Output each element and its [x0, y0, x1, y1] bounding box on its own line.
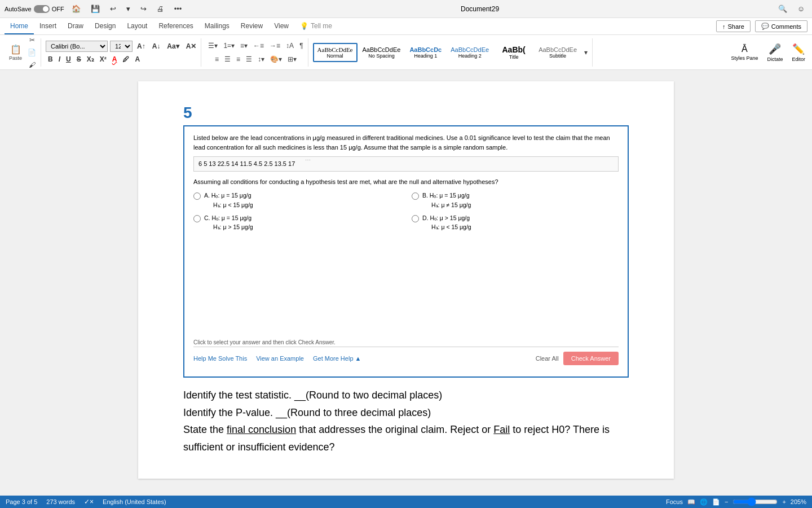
option-a-radio[interactable]: [193, 192, 201, 200]
hypothesis-question: Assuming all conditions for conducting a…: [193, 177, 619, 187]
option-c-radio[interactable]: [193, 215, 201, 222]
decrease-indent-button[interactable]: ←≡: [251, 40, 266, 51]
decrease-font-button[interactable]: A↓: [150, 41, 163, 51]
document-title: Document29: [184, 5, 775, 13]
bullets-button[interactable]: ☰▾: [206, 40, 220, 51]
highlight-color-button[interactable]: 🖊: [120, 54, 131, 64]
help-link[interactable]: Help Me Solve This: [193, 354, 247, 364]
option-b: B. H₀: μ = 15 μg/g H₁: μ ≠ 15 μg/g: [412, 191, 619, 210]
more-help-link[interactable]: Get More Help ▲: [313, 354, 361, 364]
web-layout-icon[interactable]: 🌐: [700, 498, 708, 506]
cut-icon[interactable]: ✂: [25, 34, 38, 46]
comments-button[interactable]: 💬 Comments: [755, 20, 807, 32]
question-number: 5: [183, 104, 629, 122]
clear-formatting-button[interactable]: A✕: [184, 41, 199, 51]
increase-indent-button[interactable]: →≡: [267, 40, 283, 51]
show-paragraph-button[interactable]: ¶: [297, 40, 305, 51]
text-effects-button[interactable]: A: [133, 54, 142, 64]
paste-button[interactable]: 📋 Paste: [7, 42, 24, 63]
comments-icon: 💬: [761, 23, 769, 30]
multilevel-list-button[interactable]: ≡▾: [238, 40, 250, 51]
strikethrough-button[interactable]: S: [74, 54, 83, 64]
tab-review[interactable]: Review: [235, 19, 268, 34]
proofing-icon[interactable]: ✓×: [84, 498, 94, 506]
sort-button[interactable]: ↕A: [284, 40, 296, 51]
undo-dropdown-icon[interactable]: ▾: [123, 3, 133, 14]
click-instruction: Click to select your answer and then cli…: [193, 338, 619, 347]
shading-button[interactable]: 🎨▾: [268, 54, 284, 65]
font-color-button[interactable]: A: [110, 54, 120, 64]
style-heading1[interactable]: AaBbCcDc Heading 1: [405, 43, 445, 62]
save-icon[interactable]: 💾: [88, 3, 103, 14]
superscript-button[interactable]: X²: [98, 54, 109, 64]
scroll-indicator[interactable]: ⋯: [305, 155, 311, 164]
more-commands-icon[interactable]: •••: [171, 3, 185, 14]
font-group: Calibri (Bo... 12 A↑ A↓ Aa▾ A✕ B I U S X…: [43, 38, 201, 67]
change-case-button[interactable]: Aa▾: [165, 41, 181, 51]
increase-font-button[interactable]: A↑: [135, 41, 148, 51]
style-heading2[interactable]: AaBbCcDdEe Heading 2: [447, 43, 493, 62]
tab-draw[interactable]: Draw: [62, 19, 89, 34]
styles-pane-button[interactable]: Ā Styles Pane: [729, 42, 760, 63]
align-right-button[interactable]: ≡: [234, 54, 242, 65]
print-icon[interactable]: 🖨: [154, 3, 167, 14]
option-d-radio[interactable]: [412, 215, 419, 222]
tab-references[interactable]: References: [153, 19, 198, 34]
style-subtitle[interactable]: AaBbCcDdEe Subtitle: [535, 43, 581, 62]
line-spacing-button[interactable]: ↕▾: [255, 54, 267, 65]
reading-view-icon[interactable]: 📖: [687, 498, 695, 506]
font-family-select[interactable]: Calibri (Bo...: [46, 41, 108, 52]
example-link[interactable]: View an Example: [256, 354, 304, 364]
ribbon-tabs: Home Insert Draw Design Layout Reference…: [0, 18, 812, 35]
autosave-toggle[interactable]: [34, 5, 50, 13]
style-no-spacing[interactable]: AaBbCcDdEe No Spacing: [359, 43, 405, 62]
undo-icon[interactable]: ↩: [107, 3, 119, 14]
dictate-button[interactable]: 🎤 Dictate: [765, 41, 785, 64]
language[interactable]: English (United States): [103, 498, 166, 505]
zoom-out-icon[interactable]: −: [725, 498, 728, 505]
zoom-level[interactable]: 205%: [791, 498, 806, 505]
align-left-button[interactable]: ≡: [213, 54, 221, 65]
tab-tell-me[interactable]: 💡 Tell me: [294, 19, 338, 34]
body-text-1: Identify the test statistic. __(Round to…: [183, 387, 629, 404]
bold-button[interactable]: B: [46, 54, 55, 64]
clear-all-button[interactable]: Clear All: [536, 355, 559, 362]
tab-insert[interactable]: Insert: [34, 19, 62, 34]
zoom-slider[interactable]: [732, 497, 778, 506]
font-size-select[interactable]: 12: [110, 41, 133, 52]
italic-button[interactable]: I: [56, 54, 63, 64]
smiley-icon[interactable]: ☺: [795, 3, 807, 14]
copy-icon[interactable]: 📄: [25, 47, 38, 58]
format-painter-icon[interactable]: 🖌: [25, 59, 38, 71]
underline-button[interactable]: U: [64, 54, 73, 64]
numbering-button[interactable]: 1=▾: [221, 40, 237, 51]
title-bar-left: AutoSave OFF 🏠 💾 ↩ ▾ ↪ 🖨 •••: [5, 3, 184, 14]
autosave-state: OFF: [52, 6, 64, 12]
borders-button[interactable]: ⊞▾: [285, 54, 299, 65]
align-center-button[interactable]: ☰: [222, 54, 233, 65]
focus-label[interactable]: Focus: [666, 498, 683, 505]
tab-design[interactable]: Design: [89, 19, 121, 34]
share-button[interactable]: ↑ Share: [716, 20, 751, 32]
justify-button[interactable]: ☰: [244, 54, 254, 65]
option-b-radio[interactable]: [412, 192, 419, 200]
subscript-button[interactable]: X₂: [85, 54, 96, 64]
style-title[interactable]: AaBb( Title: [494, 42, 533, 63]
zoom-in-icon[interactable]: +: [782, 498, 785, 505]
style-normal[interactable]: AaBbCcDdEe Normal: [313, 43, 358, 62]
print-layout-icon[interactable]: 📄: [712, 498, 720, 506]
tab-mailings[interactable]: Mailings: [199, 19, 235, 34]
tab-layout[interactable]: Layout: [121, 19, 153, 34]
body-text-2: Identify the P-value. __(Round to three …: [183, 404, 629, 422]
tab-home[interactable]: Home: [5, 19, 34, 34]
toolbar: 📋 Paste ✂ 📄 🖌 Calibri (Bo... 12 A↑ A↓ Aa…: [0, 35, 812, 70]
styles-expand-button[interactable]: ▾: [582, 47, 590, 58]
dictate-icon: 🎤: [769, 43, 781, 55]
search-icon[interactable]: 🔍: [775, 3, 790, 14]
home-icon[interactable]: 🏠: [69, 3, 83, 14]
check-answer-button[interactable]: Check Answer: [563, 352, 619, 365]
data-values: 6 5 13 22.5 14 11.5 4.5 2.5 13.5 17: [198, 159, 295, 169]
tab-view[interactable]: View: [268, 19, 294, 34]
redo-icon[interactable]: ↪: [138, 3, 149, 14]
editor-button[interactable]: ✏️ Editor: [789, 41, 807, 64]
